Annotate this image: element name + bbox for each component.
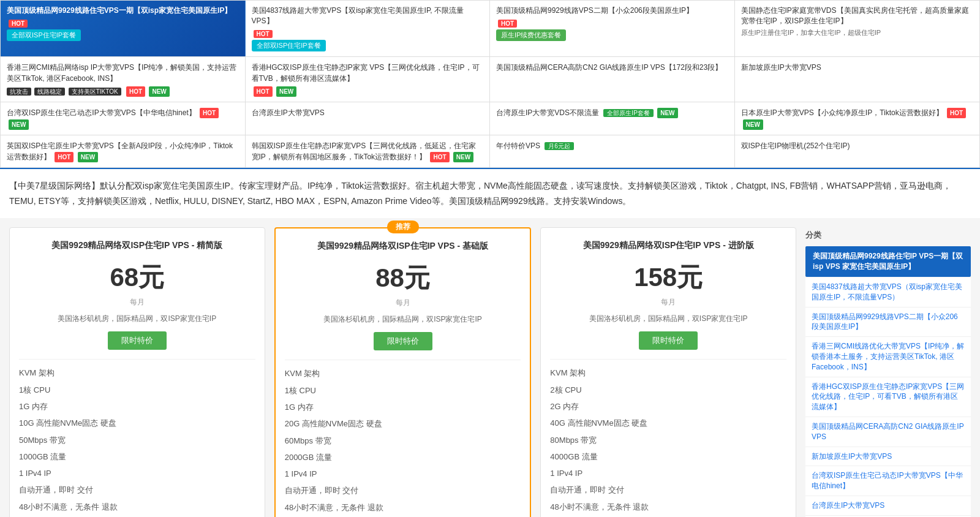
plan-limit-btn-advanced[interactable]: 限时特价 xyxy=(639,331,698,350)
nav-row3-new-badge-4: NEW xyxy=(743,119,763,130)
sidebar-label: 分类 xyxy=(805,227,971,243)
spec-item: 4000GB 流量 xyxy=(550,448,786,465)
nav-row3-item-1[interactable]: 台湾双ISP原生住宅己动态IP大带宽VPS【中华电信hinet】 HOT NEW xyxy=(1,102,246,135)
nav-row2-text-3: 美国顶级精品网CERA高防CN2 GIA线路原生IP VPS【172段和23段】 xyxy=(496,63,722,72)
top-nav: 美国顶级精品网9929线路住宅VPS一期【双isp家宽住宅美国原生IP】 HOT… xyxy=(0,0,980,168)
nav-row1-sub-4: 原生IP注册住宅IP，加拿大住宅IP，超级住宅IP xyxy=(741,28,974,37)
nav-row2-hot-badge-1: HOT xyxy=(126,86,145,97)
plan-title-basic: 美国9929精品网络双ISP住宅IP VPS - 精简版 xyxy=(19,240,255,251)
sidebar-item[interactable]: 美国顶级精品网9929线路VPS二期【小众206段美国原生IP】 xyxy=(805,308,971,338)
nav-row4-item-4[interactable]: 双ISP住宅IP物理机(252个住宅IP) xyxy=(735,135,980,167)
nav-row1-title-4: 美国静态住宅IP家庭宽带VDS【美国真实民房住宅托管，超高质量家庭宽带住宅IP，… xyxy=(741,6,974,26)
plan-limit-btn-basic[interactable]: 限时特价 xyxy=(108,331,167,350)
nav-row4-new-badge-1: NEW xyxy=(78,152,98,162)
nav-row3-text-1: 台湾双ISP原生住宅己动态IP大带宽VPS【中华电信hinet】 xyxy=(7,108,196,117)
plan-limit-btn-standard[interactable]: 限时特价 xyxy=(374,332,432,350)
plan-card-basic: 美国9929精品网络双ISP住宅IP VPS - 精简版 68元 每月 美国洛杉… xyxy=(9,227,265,517)
sidebar-active-item[interactable]: 美国顶级精品网9929线路住宅IP VPS一期【双isp VPS 家宽住宅美国原… xyxy=(805,246,971,277)
sidebar-item[interactable]: 美国顶级精品网CERA高防CN2 GIA线路原生IP VPS xyxy=(805,417,971,447)
plan-specs-basic: KVM 架构 1核 CPU 1G 内存 10G 高性能NVMe固态 硬盘 50M… xyxy=(19,359,255,515)
spec-item: 10G 高性能NVMe固态 硬盘 xyxy=(19,415,255,431)
nav-row-3: 台湾双ISP原生住宅己动态IP大带宽VPS【中华电信hinet】 HOT NEW… xyxy=(0,102,980,135)
nav-row3-green-badge-3: 全部原生IP套餐 xyxy=(603,109,653,117)
spec-item: 2核 CPU xyxy=(550,382,786,398)
sidebar-item[interactable]: 台湾双ISP原生住宅己动态IP大带宽VPS【中华电信hinet】 xyxy=(805,466,971,496)
nav-row-2: 香港三网CMI精品网络isp IP大带宽VPS【IP纯净，解锁美国，支持运营美区… xyxy=(0,57,980,102)
nav-row4-item-2[interactable]: 韩国双ISP原生住宅静态IP家宽VPS【三网优化线路，低延迟，住宅家宽IP，解锁… xyxy=(246,135,491,167)
spec-item: 48小时不满意，无条件 退款 xyxy=(19,499,255,515)
spec-item: 1 IPv4 IP xyxy=(550,465,786,481)
pricing-section: 美国9929精品网络双ISP住宅IP VPS - 精简版 68元 每月 美国洛杉… xyxy=(9,227,796,517)
sidebar-item[interactable]: 美国4837线路超大带宽VPS（双isp家宽住宅美国原生IP，不限流量VPS） xyxy=(805,277,971,308)
nav-row2-hot-badge-2: HOT xyxy=(254,86,273,97)
sidebar-item[interactable]: 香港三网CMI线路优化大带宽VPS【IP纯净，解锁香港本土服务，支持运营美区Ti… xyxy=(805,337,971,377)
nav-row4-item-1[interactable]: 英国双ISP住宅原生IP大带宽VPS【全新A段IP段，小众纯净IP，Tiktok… xyxy=(1,135,246,167)
nav-row2-text-1: 香港三网CMI精品网络isp IP大带宽VPS【IP纯净，解锁美国，支持运营美区… xyxy=(7,63,236,83)
plan-period-standard: 每月 xyxy=(285,298,521,308)
spec-item: 1核 CPU xyxy=(19,382,255,398)
nav-row1-title-1: 美国顶级精品网9929线路住宅VPS一期【双isp家宽住宅美国原生IP】 xyxy=(7,6,239,16)
nav-row2-item-1[interactable]: 香港三网CMI精品网络isp IP大带宽VPS【IP纯净，解锁美国，支持运营美区… xyxy=(1,57,246,102)
nav-row1-btn-1[interactable]: 全部双ISP住宅IP套餐 xyxy=(7,29,81,41)
sidebar-item[interactable]: 香港HGC双ISP原生住宅静态IP家宽VPS【三网优化线路，住宅IP，可看TVB… xyxy=(805,377,971,417)
nav-row3-item-3[interactable]: 台湾原生IP大带宽VDS不限流量 全部原生IP套餐 NEW xyxy=(490,102,735,135)
plan-desc-advanced: 美国洛杉矶机房，国际精品网，双ISP家宽住宅IP xyxy=(550,314,786,324)
nav-row3-item-4[interactable]: 日本原生IP大带宽VPS【小众纯净原生IP，Tiktok运营数据好】 HOT N… xyxy=(735,102,980,135)
nav-row3-item-2[interactable]: 台湾原生IP大带宽VPS xyxy=(246,102,491,135)
nav-row3-hot-badge-1: HOT xyxy=(200,108,219,118)
plan-price-basic: 68元 xyxy=(19,260,255,295)
nav-row-1: 美国顶级精品网9929线路住宅VPS一期【双isp家宽住宅美国原生IP】 HOT… xyxy=(0,0,980,57)
spec-item: 2G 内存 xyxy=(550,398,786,415)
spec-item: KVM 架构 xyxy=(550,364,786,381)
spec-item: 40G 高性能NVMe固态 硬盘 xyxy=(550,415,786,431)
nav-row1-btn-3[interactable]: 原生IP续费优惠套餐 xyxy=(496,29,566,41)
spec-item: 1G 内存 xyxy=(285,399,521,415)
nav-row2-badge-stable: 线路稳定 xyxy=(34,88,65,96)
nav-row1-hot-badge-1: HOT xyxy=(9,20,28,28)
plan-specs-advanced: KVM 架构 2核 CPU 2G 内存 40G 高性能NVMe固态 硬盘 80M… xyxy=(550,359,786,515)
plan-card-advanced: 美国9929精品网络双ISP住宅IP VPS - 进阶版 158元 每月 美国洛… xyxy=(540,227,796,517)
spec-item: 60Mbps 带宽 xyxy=(285,432,521,449)
spec-item: KVM 架构 xyxy=(285,365,521,382)
nav-row1-hot-badge-2: HOT xyxy=(254,30,273,38)
spec-item: 80Mbps 带宽 xyxy=(550,432,786,448)
plan-card-standard: 推荐 美国9929精品网络双ISP住宅IP VPS - 基础版 88元 每月 美… xyxy=(274,227,532,517)
nav-row3-new-badge-1: NEW xyxy=(9,119,29,130)
nav-row1-item-4[interactable]: 美国静态住宅IP家庭宽带VDS【美国真实民房住宅托管，超高质量家庭宽带住宅IP，… xyxy=(735,1,980,56)
spec-item: KVM 架构 xyxy=(19,364,255,381)
nav-row4-hot-badge-2: HOT xyxy=(430,152,449,162)
recommend-badge: 推荐 xyxy=(387,221,419,233)
nav-row3-text-2: 台湾原生IP大带宽VPS xyxy=(252,108,325,117)
spec-item: 自动开通，即时 交付 xyxy=(550,481,786,498)
nav-row2-item-3[interactable]: 美国顶级精品网CERA高防CN2 GIA线路原生IP VPS【172段和23段】 xyxy=(490,57,735,102)
nav-row3-text-4: 日本原生IP大带宽VPS【小众纯净原生IP，Tiktok运营数据好】 xyxy=(741,108,943,117)
nav-row1-item-1[interactable]: 美国顶级精品网9929线路住宅VPS一期【双isp家宽住宅美国原生IP】 HOT… xyxy=(1,1,246,56)
sidebar-item[interactable]: 新加坡原生IP大带宽VPS xyxy=(805,447,971,467)
nav-row4-green-badge-3: 月6元起 xyxy=(545,142,574,150)
nav-row2-item-4[interactable]: 新加坡原生IP大带宽VPS xyxy=(735,57,980,102)
nav-row1-hot-badge-3: HOT xyxy=(498,20,517,28)
spec-item: 20G 高性能NVMe固态 硬盘 xyxy=(285,415,521,432)
nav-row1-item-3[interactable]: 美国顶级精品网9929线路VPS二期【小众206段美国原生IP】 HOT 原生I… xyxy=(490,1,735,56)
nav-row4-item-3[interactable]: 年付特价VPS 月6元起 xyxy=(490,135,735,167)
nav-row-4: 英国双ISP住宅原生IP大带宽VPS【全新A段IP段，小众纯净IP，Tiktok… xyxy=(0,135,980,168)
nav-row1-item-2[interactable]: 美国4837线路超大带宽VPS【双isp家宽住宅美国原生IP, 不限流量VPS】… xyxy=(246,1,491,56)
plan-specs-standard: KVM 架构 1核 CPU 1G 内存 20G 高性能NVMe固态 硬盘 60M… xyxy=(285,360,521,516)
nav-row4-text-4: 双ISP住宅IP物理机(252个住宅IP) xyxy=(741,142,850,150)
nav-row1-btn-2[interactable]: 全部双ISP住宅IP套餐 xyxy=(252,40,326,51)
plan-title-advanced: 美国9929精品网络双ISP住宅IP VPS - 进阶版 xyxy=(550,240,786,251)
nav-row2-text-4: 新加坡原生IP大带宽VPS xyxy=(741,63,821,72)
nav-row2-new-badge-2: NEW xyxy=(276,86,296,97)
plan-price-standard: 88元 xyxy=(285,261,521,295)
nav-row4-text-1: 英国双ISP住宅原生IP大带宽VPS【全新A段IP段，小众纯净IP，Tiktok… xyxy=(7,142,233,161)
main-content: 美国9929精品网络双ISP住宅IP VPS - 精简版 68元 每月 美国洛杉… xyxy=(0,218,980,517)
nav-row3-hot-badge-4: HOT xyxy=(947,108,966,118)
nav-row1-title-2: 美国4837线路超大带宽VPS【双isp家宽住宅美国原生IP, 不限流量VPS】 xyxy=(252,6,484,26)
spec-item: 1 IPv4 IP xyxy=(285,466,521,482)
nav-row4-hot-badge-1: HOT xyxy=(55,152,74,162)
nav-row2-item-2[interactable]: 香港HGC双ISP原生住宅静态IP家宽 VPS【三网优化线路，住宅IP，可看TV… xyxy=(246,57,491,102)
nav-row2-new-badge-1: NEW xyxy=(149,86,169,97)
spec-item: 1000GB 流量 xyxy=(19,448,255,465)
sidebar-item[interactable]: 台湾原生IP大带宽VPS xyxy=(805,496,971,516)
plan-title-standard: 美国9929精品网络双ISP住宅IP VPS - 基础版 xyxy=(285,241,521,252)
